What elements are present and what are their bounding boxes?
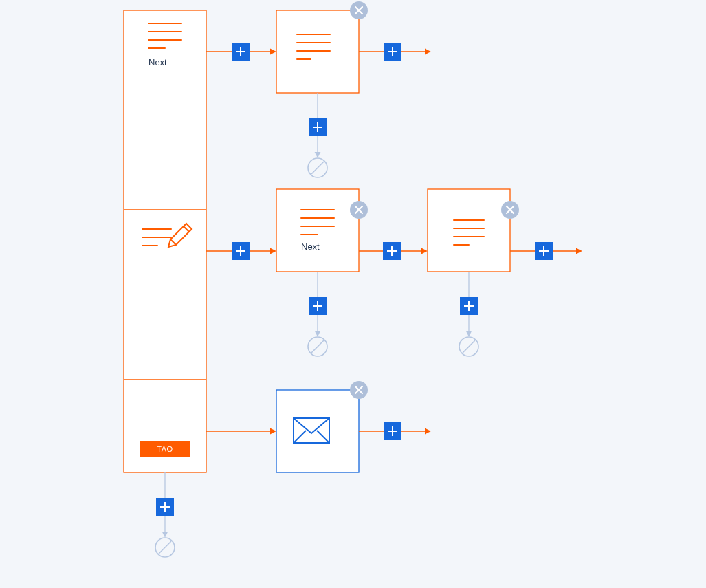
row2-node-a[interactable]: Next xyxy=(276,189,368,272)
close-icon[interactable] xyxy=(350,1,368,19)
row2-node-b[interactable] xyxy=(428,189,519,272)
no-entry-icon xyxy=(155,538,175,557)
svg-rect-40 xyxy=(276,189,359,272)
root-stack-node[interactable]: Next TAO xyxy=(124,10,206,472)
no-entry-icon xyxy=(308,158,327,177)
close-icon[interactable] xyxy=(350,201,368,219)
svg-text:TAO: TAO xyxy=(157,445,173,453)
plus-button[interactable] xyxy=(460,297,478,315)
row2-node-a-label: Next xyxy=(301,241,320,252)
svg-line-69 xyxy=(311,340,324,353)
plus-button[interactable] xyxy=(232,242,250,260)
svg-line-75 xyxy=(463,340,475,353)
svg-line-93 xyxy=(159,541,171,554)
svg-line-35 xyxy=(311,162,324,174)
no-entry-icon xyxy=(459,337,478,356)
plus-button[interactable] xyxy=(309,118,327,136)
plus-button[interactable] xyxy=(309,297,327,315)
plus-button[interactable] xyxy=(232,43,250,61)
close-icon[interactable] xyxy=(350,381,368,399)
plus-button[interactable] xyxy=(156,498,174,516)
tao-badge: TAO xyxy=(140,441,190,457)
svg-rect-52 xyxy=(428,189,510,272)
plus-button[interactable] xyxy=(383,242,401,260)
plus-button[interactable] xyxy=(535,242,553,260)
flow-diagram: Next TAO xyxy=(0,0,706,588)
plus-button[interactable] xyxy=(384,422,401,440)
root-seg1-label: Next xyxy=(148,57,167,67)
row1-node[interactable] xyxy=(276,1,368,93)
close-icon[interactable] xyxy=(501,201,519,219)
svg-rect-0 xyxy=(124,10,206,472)
plus-button[interactable] xyxy=(384,43,401,61)
row3-mail-node[interactable] xyxy=(276,381,368,472)
no-entry-icon xyxy=(308,337,327,356)
